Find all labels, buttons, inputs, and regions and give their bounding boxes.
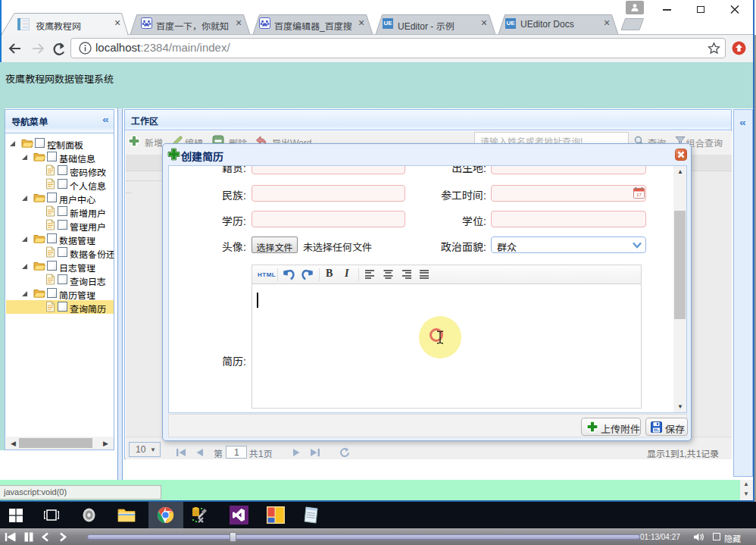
svg-text:17: 17: [636, 193, 642, 197]
